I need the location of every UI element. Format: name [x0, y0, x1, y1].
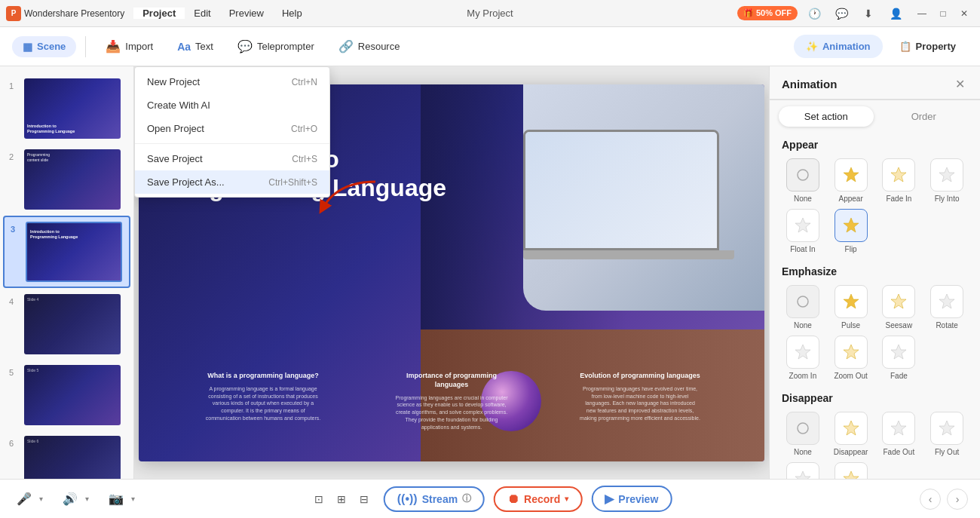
appear-flyinto[interactable]: Fly Into	[926, 158, 968, 203]
layout-btn-3[interactable]: ⊟	[354, 489, 375, 510]
col-title-2: Importance of programming languages	[391, 372, 512, 389]
slide-item-3[interactable]: 3 Introduction toProgramming Language	[3, 216, 130, 288]
slide-thumb-5: Slide 5	[24, 365, 121, 425]
emphasize-section: Emphasize None Pulse	[782, 265, 968, 380]
disappear-none[interactable]: None	[782, 412, 824, 456]
next-slide-button[interactable]: ›	[947, 489, 968, 510]
slide-item-2[interactable]: 2 Programmingcontent slide	[3, 145, 130, 214]
col-text-2: Programming languages are crucial in com…	[391, 394, 512, 431]
svg-marker-3	[891, 167, 906, 182]
menu-project[interactable]: Project	[133, 8, 185, 19]
emphasize-fade-label: Fade	[890, 372, 908, 380]
emphasize-pulse[interactable]: Pulse	[830, 285, 872, 329]
tab-set-action[interactable]: Set action	[779, 106, 874, 127]
svg-marker-19	[844, 471, 859, 479]
camera-button[interactable]: 📷	[104, 489, 128, 509]
speaker-button[interactable]: 🔊	[58, 489, 82, 509]
appear-grid: None Appear Fade In	[782, 158, 968, 253]
appear-appear[interactable]: Appear	[830, 158, 872, 203]
stream-button[interactable]: ((•)) Stream ⓘ	[384, 486, 485, 512]
animation-label: Animation	[822, 41, 871, 52]
record-chevron-icon: ▾	[565, 495, 568, 503]
svg-marker-18	[795, 471, 810, 479]
download-icon[interactable]: ⬇	[858, 3, 879, 24]
menu-new-project[interactable]: New Project Ctrl+N	[135, 70, 329, 93]
appear-flip[interactable]: Flip	[830, 209, 872, 253]
disappear-flyout-label: Fly Out	[935, 448, 959, 456]
slide-item-6[interactable]: 6 Slide 6	[3, 431, 130, 479]
emphasize-none[interactable]: None	[782, 285, 824, 329]
record-label: Record	[524, 493, 560, 505]
minimize-button[interactable]: —	[912, 4, 932, 23]
menu-bar: Project Edit Preview Help	[133, 8, 311, 19]
record-button[interactable]: ⏺ Record ▾	[494, 486, 582, 512]
emphasize-fade-icon	[882, 336, 915, 369]
disappear-floatout-icon	[786, 462, 819, 479]
slide-thumb-2: Programmingcontent slide	[24, 149, 121, 210]
svg-marker-10	[939, 294, 954, 308]
menu-edit[interactable]: Edit	[185, 8, 219, 19]
slide-thumb-3: Introduction toProgramming Language	[26, 222, 122, 282]
disappear-disappear[interactable]: Disappear	[830, 412, 872, 456]
appear-floatin[interactable]: Float In	[782, 209, 824, 253]
slide-thumb-6: Slide 6	[24, 436, 121, 479]
project-title: My Project	[467, 8, 513, 19]
menu-create-ai[interactable]: Create With AI	[135, 93, 329, 117]
teleprompter-button[interactable]: 💬 Teleprompter	[227, 35, 325, 58]
mic-icon: 🎤	[17, 492, 32, 506]
maximize-button[interactable]: □	[933, 4, 953, 23]
appear-title: Appear	[782, 139, 968, 151]
slide-number-5: 5	[9, 368, 18, 377]
content-col-3: Evolution of programming languages Progr…	[580, 372, 700, 431]
laptop-visual	[523, 130, 734, 259]
layout-btn-2[interactable]: ⊞	[331, 489, 352, 510]
discount-badge[interactable]: 🎁 50% OFF	[737, 6, 798, 20]
slide-item-5[interactable]: 5 Slide 5	[3, 360, 130, 430]
scene-button[interactable]: ▦ Scene	[12, 36, 76, 57]
resource-button[interactable]: 🔗 Resource	[328, 35, 411, 58]
text-button[interactable]: Aa Text	[167, 36, 224, 57]
emphasize-rotate-icon	[930, 285, 963, 318]
emphasize-zoomin-label: Zoom In	[789, 372, 817, 380]
emphasize-fade[interactable]: Fade	[878, 336, 920, 380]
import-button[interactable]: 📥 Import	[95, 35, 164, 58]
clock-icon[interactable]: 🕐	[804, 3, 825, 24]
property-text: Property	[916, 41, 956, 52]
disappear-flip[interactable]: Flip	[830, 462, 872, 479]
appear-fadein[interactable]: Fade In	[878, 158, 920, 203]
emphasize-zoomout[interactable]: Zoom Out	[830, 336, 872, 380]
prev-slide-button[interactable]: ‹	[920, 489, 941, 510]
menu-open-project[interactable]: Open Project Ctrl+O	[135, 117, 329, 140]
disappear-fadeout[interactable]: Fade Out	[878, 412, 920, 456]
close-button[interactable]: ✕	[954, 4, 974, 23]
mic-chevron[interactable]: ▾	[39, 495, 43, 503]
tab-order[interactable]: Order	[877, 106, 972, 127]
preview-button[interactable]: ▶ Preview	[591, 486, 672, 512]
emphasize-zoomin[interactable]: Zoom In	[782, 336, 824, 380]
bottom-right-controls: ‹ ›	[920, 489, 968, 510]
menu-help[interactable]: Help	[273, 8, 311, 19]
camera-chevron[interactable]: ▾	[131, 495, 135, 503]
menu-save-project-as[interactable]: Save Project As... Ctrl+Shift+S	[135, 170, 329, 194]
appear-none[interactable]: None	[782, 158, 824, 203]
import-icon: 📥	[106, 39, 121, 54]
disappear-flyout[interactable]: Fly Out	[926, 412, 968, 456]
layout-btn-1[interactable]: ⊡	[308, 489, 329, 510]
user-icon[interactable]: 👤	[885, 3, 906, 24]
property-button[interactable]: 📋 Animation Property	[887, 35, 968, 58]
mic-button[interactable]: 🎤	[12, 489, 36, 509]
chat-icon[interactable]: 💬	[831, 3, 852, 24]
slide-item-1[interactable]: 1 Introduction toProgramming Language	[3, 74, 130, 143]
canvas-area: 1 Introduction toProgramming Language Wh…	[134, 66, 769, 479]
titlebar-icons: 🕐 💬 ⬇ 👤	[804, 3, 906, 24]
emphasize-seesaw[interactable]: Seesaw	[878, 285, 920, 329]
animation-button[interactable]: ✨ Animation	[794, 35, 883, 58]
slide-item-4[interactable]: 4 Slide 4	[3, 290, 130, 359]
panel-close-button[interactable]: ✕	[952, 75, 968, 93]
emphasize-rotate[interactable]: Rotate	[926, 285, 968, 329]
disappear-floatout[interactable]: Float Out	[782, 462, 824, 479]
menu-save-project[interactable]: Save Project Ctrl+S	[135, 147, 329, 170]
speaker-chevron[interactable]: ▾	[85, 495, 89, 503]
new-project-label: New Project	[147, 76, 200, 87]
menu-preview[interactable]: Preview	[220, 8, 273, 19]
